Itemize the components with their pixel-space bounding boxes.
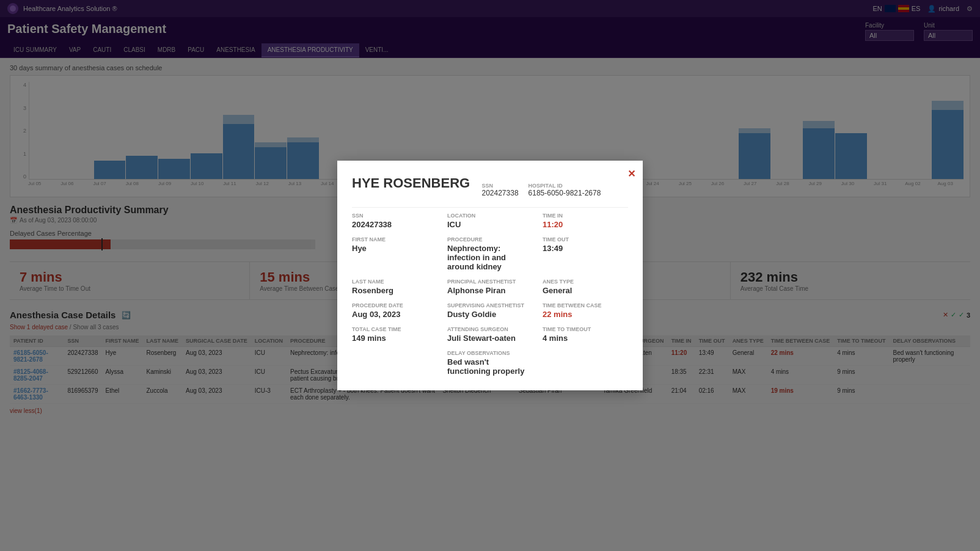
modal-field: LOCATIONICU [447, 213, 533, 229]
modal-field: SUPERVISING ANESTHETISTDusty Goldie [447, 302, 533, 319]
modal-field-label: SSN [352, 213, 437, 219]
modal-field: LAST NAMERosenberg [352, 279, 437, 295]
modal-hospital-id-label: HOSPITAL ID [528, 183, 601, 189]
modal-field-label: TIME TO TIMEOUT [543, 326, 628, 332]
modal-field: DELAY OBSERVATIONSBed wasn't functioning… [447, 350, 533, 376]
modal-field: TIME TO TIMEOUT4 mins [543, 326, 628, 343]
modal-field: PRINCIPAL ANESTHETISTAlphonse Piran [447, 279, 533, 295]
modal-field-label: TIME OUT [543, 236, 628, 243]
modal-field-value: Alphonse Piran [447, 286, 533, 295]
modal-hospital-id-value: 6185-6050-9821-2678 [528, 189, 601, 197]
modal-field-label: ATTENDING SURGEON [447, 326, 533, 332]
modal-overlay[interactable]: ✕ HYE ROSENBERG SSN 202427338 HOSPITAL I… [0, 0, 980, 551]
modal-field-value: Bed wasn't functioning properly [447, 357, 533, 376]
modal-field: PROCEDURE DATEAug 03, 2023 [352, 302, 437, 319]
modal-field: FIRST NAMEHye [352, 236, 437, 271]
modal-hospital-id-group: HOSPITAL ID 6185-6050-9821-2678 [528, 183, 601, 197]
modal-field-label: ANES TYPE [543, 279, 628, 285]
modal-field: TIME OUT13:49 [543, 236, 628, 271]
modal-field-value: ICU [447, 220, 533, 229]
modal-field-value: Dusty Goldie [447, 310, 533, 319]
modal-field-label: TIME IN [543, 213, 628, 219]
modal-field-value: 202427338 [352, 220, 437, 229]
modal-field-value: 4 mins [543, 334, 628, 343]
modal-field-label: FIRST NAME [352, 236, 437, 243]
modal-field-label: TIME BETWEEN CASE [543, 302, 628, 308]
modal-field-value: Nephrectomy: infection in and around kid… [447, 244, 533, 271]
modal-close-button[interactable]: ✕ [627, 168, 635, 180]
modal-field-value: General [543, 286, 628, 295]
modal-fields-grid: SSN202427338LOCATIONICUTIME IN11:20FIRST… [352, 213, 628, 376]
modal-field-value: 22 mins [543, 310, 628, 319]
modal-field-label: LAST NAME [352, 279, 437, 285]
modal-field: SSN202427338 [352, 213, 437, 229]
modal-field-value: Juli Stewart-oaten [447, 334, 533, 343]
modal-ssn-value: 202427338 [482, 189, 519, 197]
modal-field-value: 149 mins [352, 334, 437, 343]
modal-ids: SSN 202427338 HOSPITAL ID 6185-6050-9821… [482, 183, 601, 197]
modal-field: ANES TYPEGeneral [543, 279, 628, 295]
modal-field-value: 11:20 [543, 220, 628, 229]
modal-ssn-group: SSN 202427338 [482, 183, 519, 197]
modal-field-label: PRINCIPAL ANESTHETIST [447, 279, 533, 285]
modal-field-label: PROCEDURE DATE [352, 302, 437, 308]
modal-field-label: LOCATION [447, 213, 533, 219]
modal-field [543, 350, 628, 376]
modal-field: ATTENDING SURGEONJuli Stewart-oaten [447, 326, 533, 343]
modal-field-label: TOTAL CASE TIME [352, 326, 437, 332]
modal-divider [352, 207, 628, 208]
patient-modal: ✕ HYE ROSENBERG SSN 202427338 HOSPITAL I… [337, 161, 643, 390]
modal-patient-name: HYE ROSENBERG [352, 175, 470, 191]
modal-field: TIME BETWEEN CASE22 mins [543, 302, 628, 319]
modal-field-label: DELAY OBSERVATIONS [447, 350, 533, 356]
modal-field-label: SUPERVISING ANESTHETIST [447, 302, 533, 308]
modal-field-value: Rosenberg [352, 286, 437, 295]
modal-ssn-label: SSN [482, 183, 519, 189]
modal-field-value: 13:49 [543, 244, 628, 253]
modal-field: TIME IN11:20 [543, 213, 628, 229]
modal-field-value: Aug 03, 2023 [352, 310, 437, 319]
modal-field [352, 350, 437, 376]
modal-field-label: PROCEDURE [447, 236, 533, 243]
modal-field: PROCEDURENephrectomy: infection in and a… [447, 236, 533, 271]
modal-field: TOTAL CASE TIME149 mins [352, 326, 437, 343]
modal-header: HYE ROSENBERG SSN 202427338 HOSPITAL ID … [352, 175, 628, 197]
modal-field-value: Hye [352, 244, 437, 253]
